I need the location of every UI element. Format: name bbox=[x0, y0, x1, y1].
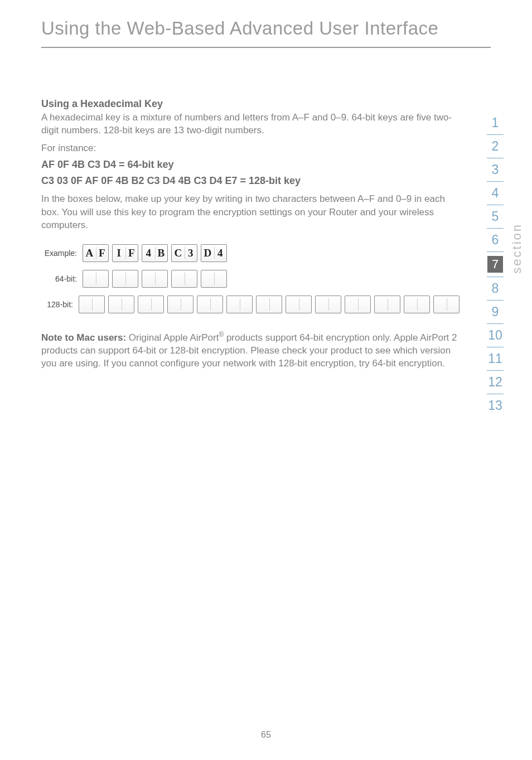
nav-divider bbox=[487, 277, 504, 277]
nav-number-1[interactable]: 1 bbox=[478, 115, 512, 130]
key-boxes-128 bbox=[79, 296, 460, 313]
nav-divider bbox=[487, 370, 504, 371]
nav-divider bbox=[487, 251, 504, 252]
key-box bbox=[315, 296, 341, 313]
nav-number-7[interactable]: 7 bbox=[487, 256, 503, 273]
key-box bbox=[345, 296, 371, 313]
nav-number-8[interactable]: 8 bbox=[478, 281, 512, 296]
key-label-128: 128-bit: bbox=[41, 300, 79, 309]
nav-divider bbox=[487, 228, 504, 229]
key-box bbox=[226, 296, 253, 313]
key-box bbox=[433, 296, 460, 313]
key-entry-illustration: Example: AFIF4BC3D4 64-bit: 128-bit: bbox=[41, 244, 460, 313]
key128-line: C3 03 0F AF 0F 4B B2 C3 D4 4B C3 D4 E7 =… bbox=[41, 175, 460, 187]
key-box: AF bbox=[83, 244, 109, 262]
key-box bbox=[79, 296, 105, 313]
nav-number-4[interactable]: 4 bbox=[478, 186, 512, 201]
nav-number-3[interactable]: 3 bbox=[478, 162, 512, 177]
key-box bbox=[108, 296, 134, 313]
nav-divider bbox=[487, 205, 504, 205]
page-title: Using the Web-Based Advanced User Interf… bbox=[0, 0, 532, 39]
key-box bbox=[83, 270, 109, 288]
key-box: IF bbox=[112, 244, 138, 262]
nav-divider bbox=[487, 134, 504, 135]
key-box: 4B bbox=[142, 244, 168, 262]
key-box bbox=[256, 296, 282, 313]
key-box bbox=[167, 296, 194, 313]
mac-note: Note to Mac users: Original Apple AirPor… bbox=[41, 330, 460, 370]
nav-number-9[interactable]: 9 bbox=[478, 304, 512, 320]
registered-symbol: ® bbox=[219, 331, 224, 338]
key-box bbox=[201, 270, 227, 288]
key-box bbox=[171, 270, 197, 288]
key64-line: AF 0F 4B C3 D4 = 64-bit key bbox=[41, 159, 460, 171]
nav-number-5[interactable]: 5 bbox=[478, 209, 512, 224]
nav-number-2[interactable]: 2 bbox=[478, 139, 512, 154]
for-instance: For instance: bbox=[41, 142, 460, 154]
key-box bbox=[112, 270, 138, 288]
key-row-example: Example: AFIF4BC3D4 bbox=[41, 244, 460, 262]
nav-number-13[interactable]: 13 bbox=[478, 398, 512, 413]
nav-number-10[interactable]: 10 bbox=[478, 328, 512, 343]
heading-hex-key: Using a Hexadecimal Key bbox=[41, 98, 460, 110]
nav-divider bbox=[487, 300, 504, 301]
key-box bbox=[374, 296, 400, 313]
nav-number-6[interactable]: 6 bbox=[478, 233, 512, 248]
key-box bbox=[138, 296, 164, 313]
main-content: Using a Hexadecimal Key A hexadecimal ke… bbox=[0, 48, 532, 370]
mac-note-lead: Note to Mac users: bbox=[41, 332, 126, 342]
key-label-example: Example: bbox=[41, 249, 83, 258]
nav-number-11[interactable]: 11 bbox=[478, 351, 512, 366]
para-instruct: In the boxes below, make up your key by … bbox=[41, 192, 460, 231]
key-row-64: 64-bit: bbox=[41, 270, 460, 288]
nav-divider bbox=[487, 323, 504, 324]
key-row-128: 128-bit: bbox=[41, 296, 460, 313]
para-hex: A hexadecimal key is a mixture of number… bbox=[41, 111, 460, 137]
section-label: section bbox=[510, 223, 524, 274]
key-box: D4 bbox=[201, 244, 227, 262]
key-boxes-example: AFIF4BC3D4 bbox=[83, 244, 227, 262]
nav-divider bbox=[487, 181, 504, 182]
page-number: 65 bbox=[0, 730, 532, 740]
nav-divider bbox=[487, 394, 504, 394]
nav-divider bbox=[487, 347, 504, 347]
key-box bbox=[142, 270, 168, 288]
key-box bbox=[197, 296, 223, 313]
key-boxes-64 bbox=[83, 270, 227, 288]
nav-divider bbox=[487, 158, 504, 158]
key-label-64: 64-bit: bbox=[41, 274, 83, 283]
key-box bbox=[286, 296, 312, 313]
key-box: C3 bbox=[171, 244, 197, 262]
nav-number-12[interactable]: 12 bbox=[478, 375, 512, 390]
key-box bbox=[404, 296, 430, 313]
section-nav: 12345678910111213 bbox=[478, 112, 512, 417]
mac-note-pre: Original Apple AirPort bbox=[126, 332, 219, 342]
